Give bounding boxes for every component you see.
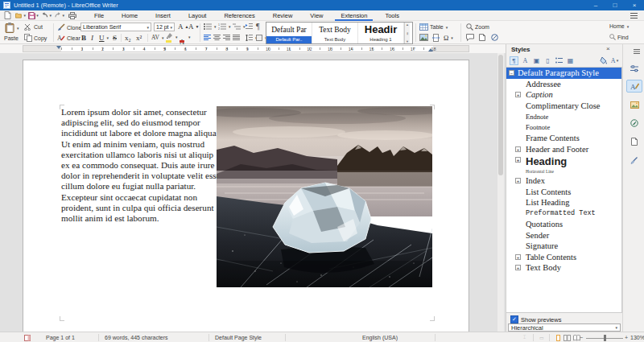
font-size-combo[interactable]: 12 pt▾ [154,23,175,31]
right-indent-marker[interactable] [428,48,433,52]
insert-comment-button[interactable] [466,34,474,41]
clear-formatting-button[interactable]: A Clear [57,34,80,42]
cut-button[interactable]: Cut [24,23,43,31]
selection-mode-icon[interactable]: ▭ [539,335,546,341]
style-item[interactable]: Footnote [506,122,621,134]
navigator-deck-icon[interactable] [626,117,642,130]
redo-button[interactable]: ▾ [54,11,64,20]
maximize-button[interactable]: □ [605,0,625,10]
ribbon-tab[interactable]: Insert [147,10,180,21]
underline-button[interactable]: U▾ [99,34,109,42]
style-item[interactable]: Signature [506,241,621,252]
book-view-icon[interactable] [573,335,580,341]
font-color-button[interactable]: A ▾ [180,33,191,40]
increase-font-size-button[interactable]: A▲ [178,23,188,31]
print-button[interactable] [67,11,77,20]
subscript-button[interactable]: x₂ [125,34,131,42]
zoom-slider-thumb[interactable] [604,335,606,341]
ribbon-tab[interactable]: Tools [376,10,408,21]
ribbon-tab[interactable]: Review [264,10,302,21]
ribbon-tab[interactable]: View [301,10,332,21]
clone-formatting-button[interactable]: Clone [57,23,81,31]
zoom-out-button[interactable]: − [580,335,583,340]
new-style-from-selection-icon[interactable]: A▾ [610,56,619,65]
save-button[interactable]: ▾ [28,11,39,20]
highlight-color-button[interactable]: ▾ [166,33,178,40]
style-inspector-deck-icon[interactable] [626,154,642,167]
panel-close-icon[interactable]: × [606,45,610,52]
bold-button[interactable]: B [81,34,86,42]
list-styles-icon[interactable] [555,56,564,65]
style-item[interactable]: Horizontal Line [506,167,621,175]
page-deck-icon[interactable] [626,135,642,148]
show-previews-checkbox[interactable]: ✓ [510,315,518,323]
single-page-view-icon[interactable] [555,335,562,341]
frame-styles-icon[interactable]: ▣ [532,56,541,65]
font-name-combo[interactable]: Liberation Serif▾ [80,23,151,31]
zoom-button[interactable]: Zoom [466,23,489,31]
open-file-button[interactable]: ▾ [15,11,26,20]
document-scrollbar[interactable] [497,53,504,332]
multi-page-view-icon[interactable] [564,335,570,341]
properties-deck-icon[interactable] [626,62,642,75]
status-word-count[interactable]: 69 words, 445 characters [105,335,168,340]
strikethrough-button[interactable]: S [113,34,117,42]
undo-button[interactable]: ▾ [41,11,52,20]
document-page[interactable]: Lorem ipsum dolor sit amet, consectetur … [23,60,469,332]
style-item[interactable]: Complimentary Close [506,101,621,112]
expander-icon[interactable]: + [515,157,521,163]
expander-icon[interactable]: + [515,146,521,152]
special-character-button[interactable]: Ω▾ [444,34,453,42]
bullet-list-button[interactable]: ▾ [204,23,217,30]
status-language[interactable]: English (USA) [362,335,398,340]
italic-button[interactable]: I [91,34,93,42]
formatting-marks-button[interactable]: ¶ [256,22,260,31]
insert-field-button[interactable] [479,34,485,41]
minimize-button[interactable]: – [586,0,605,10]
home-section-menu[interactable]: Home▾ [609,23,629,29]
style-item[interactable]: List Contents [506,187,621,198]
insert-hyperlink-button[interactable] [491,34,498,41]
paragraph-styles-icon[interactable]: ¶ [510,56,518,65]
numbered-list-button[interactable]: 12▾ [218,23,231,30]
align-left-button[interactable] [204,35,211,41]
style-gallery-item[interactable]: Default Par Default Par.. [266,23,312,43]
insert-table-button[interactable]: Table▾ [419,23,448,31]
sidebar-settings-icon[interactable] [631,45,642,58]
page-styles-icon[interactable]: ▯ [543,56,552,65]
insert-image-button[interactable] [419,34,428,41]
style-item[interactable]: + Header and Footer [506,144,621,155]
status-zoom-level[interactable]: 130% [630,335,644,340]
ribbon-tab[interactable]: References [215,10,263,21]
status-page-number[interactable]: Page 1 of 1 [46,335,75,340]
ice-lake-photo[interactable] [217,106,432,287]
zoom-in-button[interactable]: + [625,335,628,340]
character-spacing-button[interactable]: AV▾ [151,34,163,41]
fill-format-mode-icon[interactable] [599,56,608,65]
character-styles-icon[interactable]: A [521,56,530,65]
expander-icon[interactable]: + [515,254,521,260]
align-right-button[interactable] [223,35,230,41]
ribbon-tab[interactable]: Layout [180,10,216,21]
left-indent-marker[interactable] [56,46,61,49]
style-item[interactable]: − Default Paragraph Style [506,68,621,79]
style-item[interactable]: Sender [506,230,621,241]
body-paragraph[interactable]: Lorem ipsum dolor sit amet, consectetur … [61,107,221,224]
style-item[interactable]: List Heading [506,197,621,208]
insert-mode-icon[interactable]: ⌶ [523,335,530,341]
expander-icon[interactable]: + [515,92,521,97]
style-item[interactable]: Preformatted Text [506,208,621,220]
style-filter-select[interactable]: Hierarchical▾ [508,323,621,332]
paste-label[interactable]: Paste [4,35,19,41]
style-item[interactable]: Quotations [506,219,621,230]
expander-icon[interactable]: − [509,70,514,76]
align-center-button[interactable] [213,35,221,41]
ribbon-tab[interactable]: Extension [332,10,376,21]
style-gallery-item[interactable]: Headir Heading 1 [358,23,404,43]
style-item[interactable]: + Caption [506,89,621,101]
new-document-button[interactable] [2,11,13,20]
copy-button[interactable]: Copy [24,34,47,42]
superscript-button[interactable]: x² [136,34,142,42]
insert-page-break-button[interactable] [432,34,440,42]
style-item[interactable]: Frame Contents [506,133,621,144]
